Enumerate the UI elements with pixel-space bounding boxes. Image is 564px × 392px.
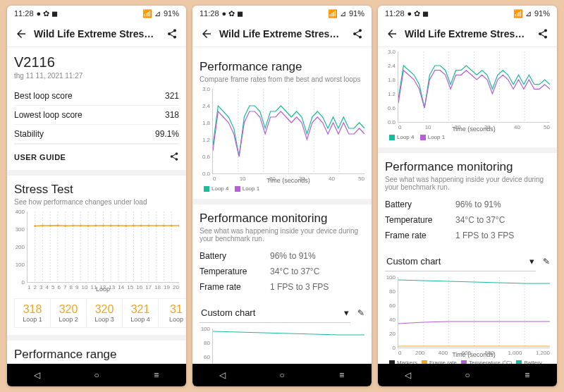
loop-card[interactable]: 318Loop 1	[14, 298, 51, 328]
chevron-down-icon: ▾	[529, 256, 534, 267]
custom-chart-preview: 100806040200	[212, 329, 364, 364]
svg-point-34	[147, 225, 149, 227]
chart-legend: Loop 4 Loop 1	[200, 185, 364, 192]
back-icon[interactable]	[384, 25, 400, 42]
nav-home-icon[interactable]: ○	[252, 364, 312, 386]
nav-back-icon[interactable]: ◁	[7, 364, 67, 386]
svg-point-38	[178, 225, 179, 227]
svg-point-26	[87, 225, 89, 227]
svg-point-33	[140, 225, 142, 227]
svg-point-36	[163, 225, 165, 227]
edit-icon[interactable]: ✎	[357, 308, 364, 318]
share-icon[interactable]	[349, 25, 366, 42]
nav-recent-icon[interactable]: ≡	[497, 364, 557, 386]
loop-card[interactable]: 320Loop 3	[87, 298, 123, 328]
user-guide-row[interactable]: USER GUIDE	[14, 144, 179, 170]
share-icon[interactable]	[169, 152, 179, 163]
svg-point-19	[34, 225, 36, 227]
status-bar: 11:28 ● ✿ ◼ 📶 ⊿ 91%	[7, 6, 186, 21]
nav-recent-icon[interactable]: ≡	[126, 364, 186, 386]
svg-point-35	[155, 225, 157, 227]
nav-bar: ◁ ○ ≡	[7, 364, 186, 386]
performance-range-chart-cont: 3.02.41.81.20.60.0 01020304050	[398, 51, 550, 123]
svg-point-29	[110, 225, 112, 227]
svg-point-20	[42, 225, 44, 227]
svg-point-32	[133, 225, 135, 227]
page-title: Wild Life Extreme Stress Test	[34, 28, 159, 39]
chevron-down-icon: ▾	[344, 307, 349, 318]
custom-chart: 100806040200 02004006008001,0001,200	[398, 277, 550, 348]
svg-point-22	[56, 224, 59, 226]
share-icon[interactable]	[164, 25, 180, 42]
status-bar: 11:28 ● ✿ ◼ 📶 ⊿ 91%	[192, 6, 372, 21]
loop-card[interactable]: 31Loop	[159, 298, 186, 328]
status-bar: 11:28 ● ✿ ◼ 📶 ⊿ 91%	[378, 6, 557, 21]
back-icon[interactable]	[198, 25, 215, 42]
svg-point-37	[171, 225, 173, 227]
svg-point-23	[64, 225, 66, 227]
nav-back-icon[interactable]: ◁	[192, 364, 252, 386]
stability-value: 99.1%	[155, 129, 179, 139]
svg-point-28	[102, 225, 104, 227]
best-loop-score: 321	[165, 91, 179, 101]
device-name: V2116	[14, 54, 179, 71]
nav-recent-icon[interactable]: ≡	[312, 364, 372, 386]
nav-back-icon[interactable]: ◁	[378, 364, 438, 386]
stress-test-chart: 4003002001000 12345678910111213141516171…	[27, 212, 179, 283]
performance-range-chart: 3.02.41.81.20.60.0 01020304050	[212, 89, 364, 174]
nav-home-icon[interactable]: ○	[438, 364, 498, 386]
nav-bar: ◁ ○ ≡	[378, 364, 557, 386]
loop-strip[interactable]: 318Loop 1320Loop 2320Loop 3321Loop 431Lo…	[14, 298, 179, 328]
svg-point-21	[49, 225, 51, 227]
edit-icon[interactable]: ✎	[543, 257, 550, 267]
custom-chart-select[interactable]: Custom chart ▾	[385, 252, 536, 271]
phone-screen-3: 11:28 ● ✿ ◼ 📶 ⊿ 91% Wild Life Extreme St…	[378, 6, 557, 386]
svg-point-31	[125, 225, 127, 227]
svg-point-27	[94, 225, 97, 227]
back-icon[interactable]	[13, 25, 30, 42]
stress-test-title: Stress Test	[14, 183, 179, 197]
share-icon[interactable]	[534, 25, 551, 42]
app-bar: Wild Life Extreme Stress Test	[7, 21, 186, 47]
svg-point-24	[72, 225, 74, 227]
nav-home-icon[interactable]: ○	[67, 364, 127, 386]
chart-legend: Loop 4 Loop 1	[385, 134, 550, 140]
app-bar: Wild Life Extreme Stress Test	[192, 21, 372, 47]
svg-point-25	[80, 225, 82, 227]
phone-screen-2: 11:28 ● ✿ ◼ 📶 ⊿ 91% Wild Life Extreme St…	[192, 6, 372, 386]
loop-card[interactable]: 321Loop 4	[123, 298, 159, 328]
custom-chart-select[interactable]: Custom chart ▾	[200, 303, 350, 323]
svg-point-30	[117, 225, 119, 227]
phone-screen-1: 11:28 ● ✿ ◼ 📶 ⊿ 91% Wild Life Extreme St…	[7, 6, 186, 386]
lowest-loop-score: 318	[165, 110, 179, 120]
timestamp: thg 11 11, 2021 11:27	[14, 72, 179, 80]
loop-card[interactable]: 320Loop 2	[51, 298, 87, 328]
app-bar: Wild Life Extreme Stress Test	[378, 21, 557, 47]
nav-bar: ◁ ○ ≡	[192, 364, 372, 386]
